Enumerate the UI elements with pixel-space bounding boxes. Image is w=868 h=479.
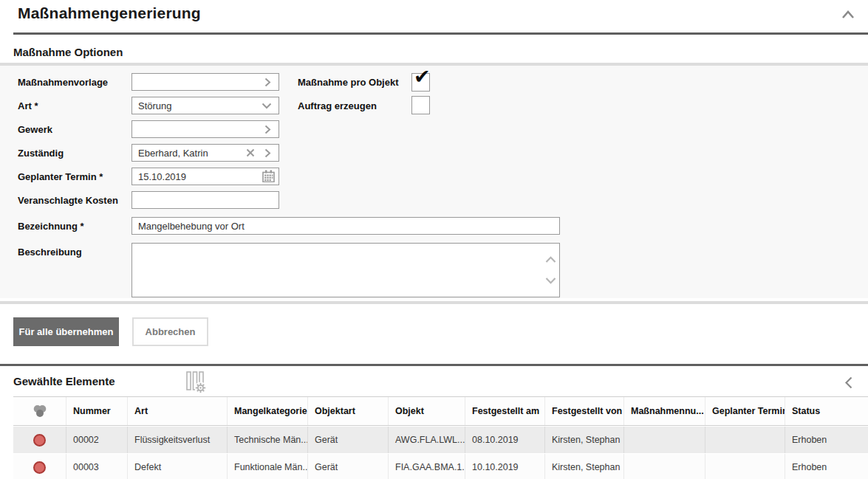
veranschlagte-kosten-label: Veranschlagte Kosten (18, 195, 118, 206)
cell-objekt: AWG.FLA.LWL.... (389, 427, 465, 453)
veranschlagte-kosten-input[interactable] (131, 191, 279, 209)
auftrag-erzeugen-label: Auftrag erzeugen (298, 100, 377, 111)
bezeichnung-input[interactable] (131, 217, 560, 235)
textarea-scroll-down-icon[interactable] (545, 277, 556, 284)
beschreibung-label: Beschreibung (18, 247, 82, 258)
column-header-mangelkategorie[interactable]: Mangelkategorie (228, 397, 308, 425)
options-divider-bottom (0, 301, 868, 304)
table-row[interactable]: 00002 Flüssigkeitsverlust Technische Män… (13, 426, 868, 453)
gewerk-picker-icon[interactable] (264, 125, 271, 134)
cell-festgestellt-von: Kirsten, Stephan (545, 454, 624, 479)
cell-festgestellt-am: 10.10.2019 (465, 454, 545, 479)
table-columns-gear-icon (186, 371, 207, 394)
cell-objektart: Gerät (308, 427, 389, 453)
cell-mangelkategorie: Funktionale Män... (228, 454, 308, 479)
bezeichnung-label: Bezeichnung * (18, 221, 84, 232)
art-select[interactable] (131, 97, 279, 114)
cell-festgestellt-von: Kirsten, Stephan (545, 427, 624, 453)
gewerk-label: Gewerk (18, 124, 52, 135)
zustaendig-label: Zuständig (18, 148, 64, 159)
status-column-header[interactable] (13, 397, 66, 425)
column-settings-button[interactable] (186, 371, 207, 394)
page-title: Maßnahmengenerierung (18, 4, 201, 22)
beschreibung-textarea[interactable] (131, 243, 560, 297)
elements-section-title: Gewählte Elemente (13, 375, 115, 387)
zustaendig-input[interactable] (131, 144, 279, 162)
cell-massnahmennummer (624, 454, 705, 479)
column-header-geplanter-termin[interactable]: Geplanter Termin (705, 397, 785, 425)
status-cell (13, 454, 66, 479)
check-icon: ✔ (414, 67, 431, 87)
cell-mangelkategorie: Technische Män... (228, 427, 308, 453)
column-header-art[interactable]: Art (128, 397, 228, 425)
options-section-title: Maßnahme Optionen (13, 46, 123, 58)
cancel-button[interactable]: Abbrechen (132, 317, 208, 346)
massnahmenvorlage-picker-icon[interactable] (264, 77, 271, 87)
gewerk-input[interactable] (131, 120, 279, 138)
apply-all-button[interactable]: Für alle übernehmen (13, 317, 119, 346)
column-header-objektart[interactable]: Objektart (308, 397, 389, 425)
column-header-massnahmennummer[interactable]: Maßnahmennu... (624, 397, 705, 425)
table-row[interactable]: 00003 Defekt Funktionale Män... Gerät FI… (13, 453, 868, 479)
massnahmenvorlage-label: Maßnahmenvorlage (18, 77, 108, 88)
cell-festgestellt-am: 08.10.2019 (465, 427, 545, 453)
cell-nummer: 00002 (66, 427, 128, 453)
status-cluster-icon (33, 404, 47, 418)
geplanter-termin-input[interactable] (131, 168, 279, 185)
massnahme-pro-objekt-checkbox[interactable]: ✔ (411, 73, 430, 92)
collapse-panel-button[interactable] (841, 10, 855, 20)
zustaendig-picker-icon[interactable] (264, 148, 271, 158)
cell-geplanter-termin (705, 427, 785, 453)
column-header-festgestellt-von[interactable]: Festgestellt von (545, 397, 624, 425)
cell-art: Flüssigkeitsverlust (128, 427, 228, 453)
cell-geplanter-termin (705, 454, 785, 479)
status-cell (13, 427, 66, 453)
elements-divider (0, 364, 868, 366)
column-header-festgestellt-am[interactable]: Festgestellt am (465, 397, 545, 425)
table-header-row: Nummer Art Mangelkategorie Objektart Obj… (13, 396, 868, 426)
textarea-scroll-up-icon[interactable] (545, 256, 556, 263)
cell-objekt: FIA.GAA.BMA.1... (389, 454, 465, 479)
cell-objektart: Gerät (308, 454, 389, 479)
status-red-dot-icon (33, 461, 46, 474)
massnahmenvorlage-input[interactable] (131, 73, 279, 91)
art-label: Art * (18, 100, 38, 111)
cell-status: Erhoben (785, 427, 868, 453)
cell-art: Defekt (128, 454, 228, 479)
auftrag-erzeugen-checkbox[interactable] (411, 96, 430, 114)
massnahmengenerierung-panel: Maßnahmengenerierung Maßnahme Optionen M… (0, 0, 868, 479)
calendar-icon[interactable] (262, 170, 275, 182)
massnahme-pro-objekt-label: Maßnahme pro Objekt (298, 77, 399, 88)
geplanter-termin-label: Geplanter Termin * (18, 171, 103, 182)
elements-table: Nummer Art Mangelkategorie Objektart Obj… (13, 396, 868, 479)
column-header-status[interactable]: Status (785, 397, 868, 425)
column-header-nummer[interactable]: Nummer (66, 397, 128, 425)
zustaendig-clear-icon[interactable] (246, 148, 255, 157)
chevron-left-icon (844, 376, 853, 389)
collapse-elements-button[interactable] (844, 376, 853, 389)
cell-status: Erhoben (785, 454, 868, 479)
column-header-objekt[interactable]: Objekt (389, 397, 465, 425)
cell-massnahmennummer (624, 427, 705, 453)
header-divider (13, 32, 868, 35)
cell-nummer: 00003 (66, 454, 128, 479)
chevron-up-icon (841, 10, 855, 20)
art-dropdown-icon[interactable] (262, 103, 272, 109)
status-red-dot-icon (33, 434, 46, 447)
